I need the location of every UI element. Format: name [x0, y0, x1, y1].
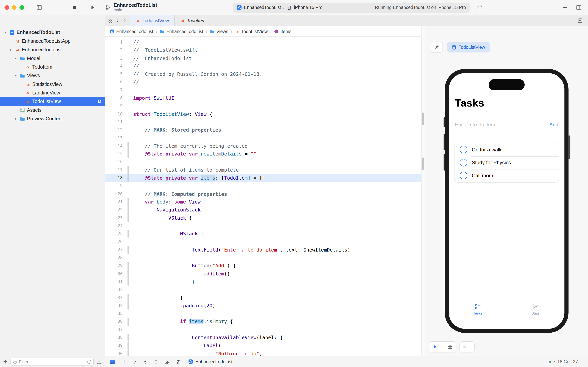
sidebar-item-todolistview[interactable]: TodoListViewM [0, 97, 105, 106]
code-line-27[interactable]: 27 TextField("Enter a to-do item", text:… [105, 246, 421, 254]
code-line-31[interactable]: 31 } [105, 278, 421, 286]
view-debugger-button[interactable] [164, 359, 169, 364]
todo-checkbox[interactable] [460, 159, 467, 167]
code-line-37[interactable]: 37 [105, 325, 421, 334]
sidebar-item-landingview[interactable]: LandingView [0, 88, 105, 97]
code-line-3[interactable]: 3// EnhancedTodoList [105, 54, 421, 62]
sidebar-item-model[interactable]: ▾Model [0, 54, 105, 63]
disclosure-triangle[interactable]: ▾ [8, 48, 13, 52]
run-destination[interactable]: iPhone 15 Pro [294, 5, 323, 10]
disclosure-triangle[interactable]: ▾ [3, 30, 7, 34]
run-button[interactable] [88, 3, 97, 12]
code-line-32[interactable]: 32 [105, 286, 421, 294]
disclosure-triangle[interactable]: ▸ [13, 117, 18, 121]
toggle-navigator-button[interactable] [34, 3, 44, 12]
sidebar-item-enhancedtodolist[interactable]: ▾EnhancedTodoList [0, 45, 105, 54]
todo-row[interactable]: Study for Physics [454, 156, 559, 169]
code-line-6[interactable]: 6// [105, 78, 421, 86]
code-line-33[interactable]: 33 } [105, 294, 421, 302]
tab-todolistview[interactable]: TodoListView [130, 15, 175, 26]
code-line-28[interactable]: 28 [105, 254, 421, 262]
code-line-11[interactable]: 11 [105, 118, 421, 126]
code-line-2[interactable]: 2// TodoListView.swift [105, 46, 421, 54]
tab-todoitem[interactable]: TodoItem [175, 15, 211, 26]
todo-input[interactable]: Enter a to-do item [455, 122, 495, 127]
sidebar-item-views[interactable]: ▾Views [0, 71, 105, 80]
related-items-button[interactable] [108, 18, 113, 23]
breadcrumb-item-items[interactable]: Pitems [274, 29, 292, 34]
sidebar-item-enhancedtodolistapp[interactable]: EnhancedTodoListApp [0, 37, 105, 45]
code-line-21[interactable]: 21 var body: some View { [105, 198, 421, 206]
code-line-9[interactable]: 9 [105, 102, 421, 110]
code-line-24[interactable]: 24 [105, 222, 421, 230]
sidebar-item-assets[interactable]: Assets [0, 106, 105, 114]
code-line-19[interactable]: 19 [105, 182, 421, 190]
code-line-8[interactable]: 8import SwiftUI [105, 94, 421, 102]
code-line-4[interactable]: 4// [105, 62, 421, 70]
code-line-35[interactable]: 35 [105, 310, 421, 318]
step-out-button[interactable] [153, 359, 159, 364]
breadcrumb-item-enhancedtodolist[interactable]: EnhancedTodoList [160, 29, 203, 34]
minimize-window-button[interactable] [12, 5, 17, 10]
breadcrumb-item-enhancedtodolist[interactable]: EnhancedTodoList [110, 29, 153, 34]
source-code[interactable]: 1//2// TodoListView.swift3// EnhancedTod… [105, 37, 421, 356]
code-line-7[interactable]: 7 [105, 86, 421, 94]
code-line-17[interactable]: 17 // Our list of items to complete [105, 166, 421, 174]
code-line-20[interactable]: 20 // MARK: Computed properties [105, 190, 421, 198]
code-line-16[interactable]: 16 [105, 158, 421, 166]
toggle-inspector-button[interactable] [574, 3, 584, 12]
breadcrumb-item-views[interactable]: Views [210, 29, 228, 34]
pause-button[interactable] [121, 359, 126, 364]
add-editor-button[interactable] [578, 18, 583, 23]
sidebar-item-enhancedtodolist[interactable]: ▾EnhancedTodoList [0, 28, 105, 37]
code-line-10[interactable]: 10struct TodoListView: View { [105, 110, 421, 118]
code-line-29[interactable]: 29 Button("Add") { [105, 262, 421, 270]
todo-checkbox[interactable] [460, 146, 467, 154]
code-line-30[interactable]: 30 addItem() [105, 270, 421, 278]
code-line-38[interactable]: 38 ContentUnavailableView(label: { [105, 334, 421, 342]
activity-viewer[interactable]: EnhancedTodoList › iPhone 15 Pro Running… [233, 2, 470, 13]
sidebar-item-preview-content[interactable]: ▸Preview Content [0, 114, 105, 123]
code-line-12[interactable]: 12 // MARK: Stored properties [105, 126, 421, 134]
stop-button[interactable] [70, 3, 80, 12]
live-preview-button[interactable] [432, 344, 438, 349]
pin-preview-button[interactable] [431, 42, 443, 52]
code-line-34[interactable]: 34 .padding(20) [105, 302, 421, 310]
code-line-1[interactable]: 1// [105, 38, 421, 46]
code-line-25[interactable]: 25 HStack { [105, 230, 421, 238]
code-line-13[interactable]: 13 [105, 134, 421, 142]
code-line-18[interactable]: 18 @State private var items: [TodoItem] … [105, 174, 421, 182]
step-over-button[interactable] [132, 359, 137, 364]
drag-handle[interactable] [422, 113, 424, 125]
library-button[interactable] [560, 3, 570, 12]
filter-input[interactable]: Filter [10, 358, 94, 366]
zoom-window-button[interactable] [19, 5, 24, 10]
disclosure-triangle[interactable]: ▾ [13, 74, 18, 78]
recent-files-button[interactable] [96, 359, 102, 364]
todo-row[interactable]: Go for a walk [454, 143, 559, 156]
code-line-36[interactable]: 36 if items.isEmpty { [105, 318, 421, 325]
step-into-button[interactable] [143, 359, 148, 364]
code-line-39[interactable]: 39 Label( [105, 342, 421, 350]
sidebar-item-statisticsview[interactable]: StatisticsView [0, 80, 105, 88]
scheme-name[interactable]: EnhancedTodoList [244, 5, 281, 10]
back-button[interactable] [115, 18, 120, 23]
code-line-40[interactable]: 40 "Nothing to do", [105, 350, 421, 356]
code-line-22[interactable]: 22 NavigationStack { [105, 206, 421, 214]
code-line-23[interactable]: 23 VStack { [105, 214, 421, 222]
code-line-26[interactable]: 26 [105, 238, 421, 246]
running-app-indicator[interactable]: EnhancedTodoList [188, 359, 232, 364]
disclosure-triangle[interactable]: ▾ [13, 56, 18, 60]
source-control-summary[interactable]: EnhancedTodoList main [105, 2, 157, 12]
device-settings-button[interactable] [463, 346, 466, 348]
phone-tab-stats[interactable]: Stats [506, 303, 564, 315]
preview-target-chip[interactable]: TodoListView [447, 42, 490, 52]
breadcrumb-item-todolistview[interactable]: TodoListView [235, 29, 268, 34]
todo-row[interactable]: Call mom [454, 169, 559, 182]
code-line-15[interactable]: 15 @State private var newItemDetails = "… [105, 150, 421, 158]
phone-tab-tasks[interactable]: Tasks [449, 303, 506, 315]
canvas-resize-handle[interactable] [421, 26, 425, 356]
memory-graph-button[interactable] [175, 359, 180, 364]
add-file-button[interactable] [3, 359, 8, 364]
code-line-14[interactable]: 14 // The item currently being created [105, 142, 421, 150]
